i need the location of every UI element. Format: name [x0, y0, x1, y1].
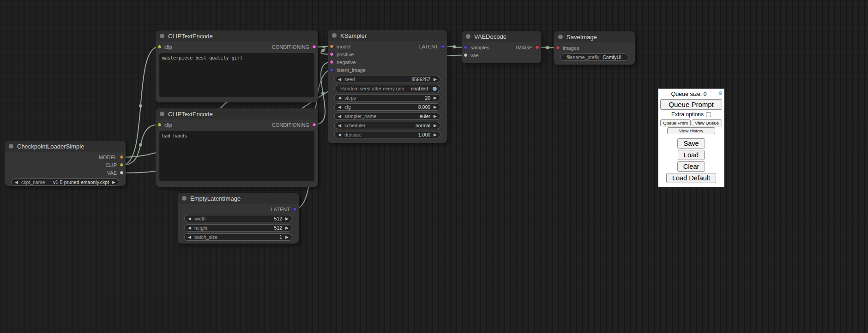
widget-ckpt-name[interactable]: ◀ ckpt_name v1-5-pruned-emaonly.ckpt ▶ [11, 178, 119, 186]
toggle-on-dot-icon[interactable] [433, 87, 437, 91]
output-slot-latent[interactable]: LATENT [271, 207, 297, 212]
node-collapse-dot-icon[interactable] [466, 34, 470, 39]
cfg-increment-icon[interactable]: ▶ [434, 105, 437, 109]
latent-output-port[interactable] [441, 44, 445, 48]
node-graph-canvas[interactable]: CheckpointLoaderSimple MODEL CLIP VAE [0, 0, 868, 333]
node-collapse-dot-icon[interactable] [160, 112, 164, 116]
node-title-bar[interactable]: CheckpointLoaderSimple [5, 141, 126, 152]
node-ksampler[interactable]: KSampler model LATENT positive [328, 30, 447, 143]
width-increment-icon[interactable]: ▶ [285, 217, 289, 221]
settings-gear-icon[interactable]: ⚙ [718, 90, 723, 96]
node-collapse-dot-icon[interactable] [9, 144, 13, 149]
input-slot-samples[interactable]: samples [464, 45, 489, 50]
positive-prompt-textarea[interactable]: masterpiece best quality girl [159, 53, 314, 97]
widget-cfg[interactable]: ◀ cfg 8.000 ▶ [334, 103, 440, 111]
denoise-decrement-icon[interactable]: ◀ [338, 133, 341, 137]
node-empty-latent-image[interactable]: EmptyLatentImage LATENT ◀ width 512 ▶ ◀ … [178, 193, 299, 244]
clip-output-port[interactable] [120, 163, 124, 167]
denoise-increment-icon[interactable]: ▶ [434, 133, 437, 137]
steps-decrement-icon[interactable]: ◀ [338, 96, 341, 100]
latent-output-port[interactable] [293, 207, 297, 211]
ckpt-decrement-icon[interactable]: ◀ [15, 180, 18, 184]
seed-increment-icon[interactable]: ▶ [434, 77, 437, 82]
output-slot-conditioning[interactable]: CONDITIONING [272, 44, 316, 50]
widget-height[interactable]: ◀ height 512 ▶ [184, 224, 292, 232]
positive-input-port[interactable] [330, 52, 334, 56]
clear-button[interactable]: Clear [677, 161, 705, 172]
view-history-button[interactable]: View History [667, 127, 716, 134]
model-output-port[interactable] [120, 155, 124, 159]
load-default-button[interactable]: Load Default [666, 173, 716, 183]
input-slot-vae[interactable]: vae [464, 53, 479, 58]
width-decrement-icon[interactable]: ◀ [188, 217, 191, 221]
conditioning-output-port[interactable] [312, 45, 316, 49]
model-input-port[interactable] [330, 44, 334, 48]
input-slot-positive[interactable]: positive [330, 52, 354, 57]
scheduler-prev-icon[interactable]: ◀ [338, 124, 341, 128]
widget-batch-size[interactable]: ◀ batch_size 1 ▶ [184, 233, 292, 241]
cfg-decrement-icon[interactable]: ◀ [338, 105, 341, 109]
node-clip-text-encode-positive[interactable]: CLIPTextEncode clip CONDITIONING masterp… [156, 30, 318, 102]
input-slot-clip[interactable]: clip [157, 44, 172, 50]
output-slot-latent[interactable]: LATENT [419, 44, 445, 49]
input-slot-images[interactable]: images [556, 45, 579, 51]
queue-front-button[interactable]: Queue Front [660, 119, 691, 126]
widget-width[interactable]: ◀ width 512 ▶ [184, 215, 292, 222]
node-checkpoint-loader-simple[interactable]: CheckpointLoaderSimple MODEL CLIP VAE [5, 141, 126, 186]
clip-input-port[interactable] [157, 123, 162, 127]
save-button[interactable]: Save [677, 138, 705, 149]
node-collapse-dot-icon[interactable] [558, 35, 563, 39]
batch-decrement-icon[interactable]: ◀ [188, 235, 191, 239]
node-save-image[interactable]: SaveImage images filename_prefix ComfyUI [554, 31, 635, 65]
batch-increment-icon[interactable]: ▶ [285, 235, 289, 239]
node-title-bar[interactable]: EmptyLatentImage [178, 193, 299, 204]
sampler-prev-icon[interactable]: ◀ [338, 114, 341, 119]
node-collapse-dot-icon[interactable] [332, 33, 337, 38]
height-decrement-icon[interactable]: ◀ [188, 226, 191, 230]
output-slot-conditioning[interactable]: CONDITIONING [272, 122, 316, 128]
node-collapse-dot-icon[interactable] [160, 34, 164, 38]
node-title-bar[interactable]: CLIPTextEncode [156, 108, 318, 119]
load-button[interactable]: Load [678, 150, 705, 160]
widget-steps[interactable]: ◀ steps 20 ▶ [334, 94, 440, 101]
widget-random-seed-toggle[interactable]: Random seed after every gen enabled [334, 85, 440, 92]
queue-prompt-button[interactable]: Queue Prompt [660, 99, 722, 110]
output-slot-clip[interactable]: CLIP [106, 162, 124, 168]
extra-options-checkbox[interactable] [706, 112, 711, 117]
node-collapse-dot-icon[interactable] [182, 196, 187, 201]
scheduler-next-icon[interactable]: ▶ [434, 124, 437, 128]
widget-denoise[interactable]: ◀ denoise 1.000 ▶ [334, 131, 440, 138]
steps-increment-icon[interactable]: ▶ [434, 96, 437, 100]
samples-input-port[interactable] [464, 45, 468, 49]
node-title-bar[interactable]: VAEDecode [462, 31, 541, 42]
output-slot-image[interactable]: IMAGE [516, 45, 539, 50]
node-clip-text-encode-negative[interactable]: CLIPTextEncode clip CONDITIONING bad han… [156, 108, 318, 187]
image-output-port[interactable] [535, 45, 539, 49]
input-slot-negative[interactable]: negative [330, 59, 356, 65]
input-slot-latent-image[interactable]: latent_image [330, 67, 366, 73]
input-slot-clip[interactable]: clip [157, 122, 172, 128]
height-increment-icon[interactable]: ▶ [285, 226, 289, 230]
latent-image-input-port[interactable] [330, 68, 334, 72]
node-title-bar[interactable]: CLIPTextEncode [156, 30, 318, 42]
sampler-next-icon[interactable]: ▶ [434, 114, 437, 119]
node-vae-decode[interactable]: VAEDecode samples IMAGE vae [462, 31, 541, 63]
node-title-bar[interactable]: SaveImage [554, 31, 635, 42]
clip-input-port[interactable] [157, 45, 162, 49]
images-input-port[interactable] [556, 46, 560, 50]
node-title-bar[interactable]: KSampler [328, 30, 447, 41]
vae-output-port[interactable] [120, 171, 124, 175]
output-slot-model[interactable]: MODEL [99, 155, 124, 160]
widget-filename-prefix[interactable]: filename_prefix ComfyUI [561, 54, 628, 61]
conditioning-output-port[interactable] [312, 123, 316, 127]
negative-input-port[interactable] [330, 60, 334, 64]
negative-prompt-textarea[interactable]: bad hands [159, 131, 314, 181]
vae-input-port[interactable] [464, 53, 468, 57]
widget-sampler-name[interactable]: ◀ sampler_name euler ▶ [334, 113, 440, 120]
view-queue-button[interactable]: View Queue [692, 119, 722, 126]
widget-seed[interactable]: ◀ seed 8566257 ▶ [334, 76, 440, 83]
ckpt-increment-icon[interactable]: ▶ [112, 180, 115, 184]
input-slot-model[interactable]: model [330, 44, 350, 49]
seed-decrement-icon[interactable]: ◀ [338, 77, 341, 82]
output-slot-vae[interactable]: VAE [107, 170, 124, 176]
